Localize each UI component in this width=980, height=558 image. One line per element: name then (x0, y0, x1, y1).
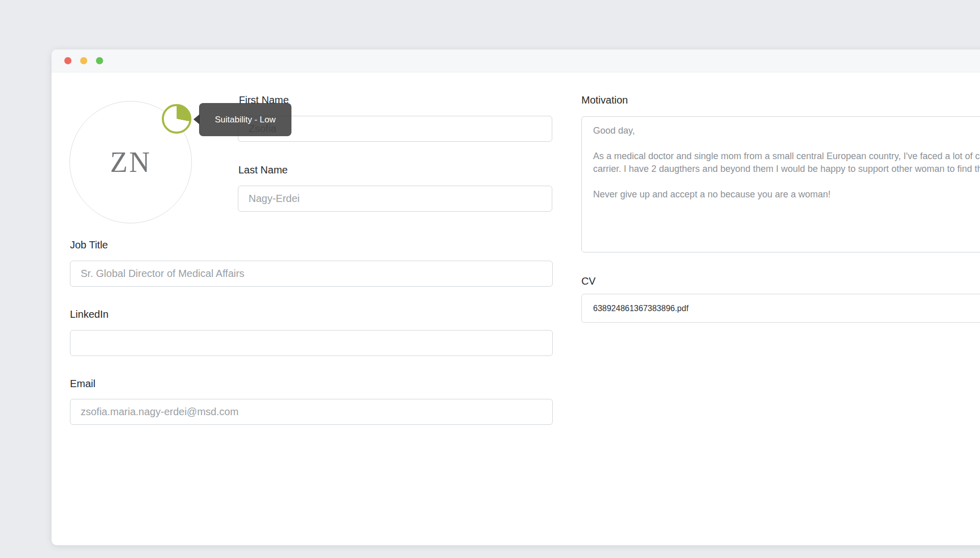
motivation-line: carrier. I have 2 daugthers and beyond t… (593, 163, 980, 175)
window-titlebar (52, 49, 980, 72)
cv-file-box[interactable]: 638924861367383896.pdf (581, 294, 980, 323)
suitability-pie[interactable] (162, 104, 191, 134)
email-label: Email (70, 377, 95, 390)
last-name-input[interactable] (238, 186, 552, 212)
close-button[interactable] (64, 57, 71, 64)
tooltip-arrow (193, 114, 200, 124)
suitability-tooltip: Suitability - Low (199, 103, 291, 136)
motivation-line: Good day, (593, 124, 980, 137)
cv-label: CV (581, 275, 596, 287)
motivation-textarea[interactable]: Good day, As a medical doctor and single… (581, 116, 980, 252)
last-name-label: Last Name (238, 164, 288, 176)
cv-filename: 638924861367383896.pdf (593, 304, 689, 313)
tooltip-label: Suitability - Low (215, 115, 276, 125)
motivation-line (593, 175, 980, 188)
motivation-line (593, 137, 980, 150)
job-title-input[interactable] (70, 261, 553, 287)
minimize-button[interactable] (80, 57, 87, 64)
linkedin-input[interactable] (70, 330, 553, 356)
maximize-button[interactable] (96, 57, 103, 64)
email-input[interactable] (70, 399, 553, 425)
motivation-line: Never give up and accept a no because yo… (593, 188, 980, 201)
avatar-initials: ZN (110, 146, 152, 179)
job-title-label: Job Title (70, 239, 108, 251)
motivation-line: As a medical doctor and single mom from … (593, 150, 980, 163)
app-window: ZN Suitability - Low First Name Last Nam… (52, 49, 980, 545)
linkedin-label: LinkedIn (70, 308, 109, 320)
motivation-label: Motivation (581, 94, 628, 106)
